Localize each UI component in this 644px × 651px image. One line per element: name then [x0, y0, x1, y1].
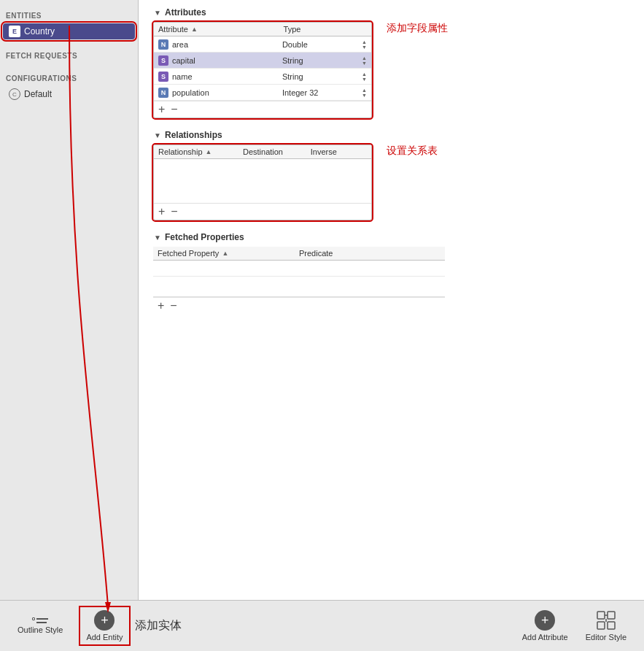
- add-entity-label: Add Entity: [86, 633, 123, 642]
- outline-lines-icon: [32, 617, 48, 623]
- outline-style-button[interactable]: Outline Style: [12, 615, 69, 637]
- add-entity-icon: +: [94, 610, 115, 631]
- sidebar-item-default[interactable]: C Default: [3, 86, 135, 102]
- add-attribute-label: Add Attribute: [522, 633, 568, 642]
- editor-style-button[interactable]: Editor Style: [580, 607, 632, 644]
- attributes-table-footer: + −: [154, 101, 371, 118]
- relationships-table-footer: + −: [154, 203, 371, 220]
- col-relationship-header: Relationship ▲: [158, 147, 243, 156]
- relationship-sort-arrow: ▲: [206, 148, 212, 155]
- stepper-capital[interactable]: ▲ ▼: [362, 55, 367, 66]
- outline-style-icon: [32, 617, 48, 623]
- attr-name-name: name: [172, 72, 282, 81]
- col-destination-header: Destination: [243, 147, 311, 156]
- svg-rect-2: [608, 612, 615, 619]
- svg-rect-4: [608, 622, 615, 629]
- editor-style-icon: [596, 610, 616, 631]
- attr-badge-population: N: [158, 88, 168, 98]
- add-fetched-btn[interactable]: +: [158, 300, 164, 312]
- fetched-properties-title: Fetched Properties: [165, 232, 244, 242]
- relationships-table: Relationship ▲ Destination Inverse + −: [153, 145, 372, 220]
- relationships-section: ▼ Relationships Relationship ▲ Destinati…: [153, 130, 629, 220]
- fetched-properties-section: ▼ Fetched Properties Fetched Property ▲ …: [153, 232, 629, 314]
- config-label: Default: [24, 89, 52, 99]
- svg-rect-3: [597, 622, 605, 629]
- attr-badge-area: N: [158, 39, 168, 50]
- col-attribute-header: Attribute ▲: [158, 25, 284, 34]
- svg-rect-1: [597, 612, 605, 619]
- outline-style-label: Outline Style: [18, 625, 63, 634]
- attr-type-area: Double ▲ ▼: [282, 39, 367, 50]
- fetched-properties-header-row: Fetched Property ▲ Predicate: [153, 247, 445, 261]
- configurations-label: CONFIGURATIONS: [0, 69, 138, 85]
- attributes-table-header: Attribute ▲ Type: [154, 23, 371, 36]
- attr-badge-capital: S: [158, 55, 168, 66]
- relationships-body: [154, 159, 371, 203]
- attributes-title: Attributes: [165, 7, 206, 18]
- remove-fetched-btn[interactable]: −: [170, 300, 176, 312]
- remove-attribute-btn[interactable]: −: [171, 104, 177, 115]
- attributes-toggle[interactable]: ▼: [153, 8, 162, 17]
- stepper-name[interactable]: ▲ ▼: [362, 72, 367, 82]
- relationships-table-header: Relationship ▲ Destination Inverse: [154, 145, 371, 159]
- stepper-area[interactable]: ▲ ▼: [362, 39, 367, 50]
- sidebar-item-country[interactable]: E Country: [3, 23, 135, 39]
- fetched-properties-footer: + −: [153, 297, 445, 314]
- sidebar-item-label: Country: [24, 26, 55, 36]
- remove-relationship-btn[interactable]: −: [171, 206, 177, 217]
- relationships-header: ▼ Relationships: [153, 130, 629, 140]
- add-attribute-icon: +: [535, 610, 555, 631]
- attr-type-capital: String ▲ ▼: [282, 55, 367, 66]
- entity-icon: E: [9, 26, 20, 37]
- attributes-annotation: 添加字段属性: [387, 22, 448, 35]
- add-attribute-button[interactable]: + Add Attribute: [516, 607, 574, 644]
- fetched-sort-arrow: ▲: [222, 250, 228, 257]
- relationships-title: Relationships: [165, 130, 222, 140]
- attr-row-population[interactable]: N population Integer 32 ▲ ▼: [154, 85, 371, 101]
- attr-row-area[interactable]: N area Double ▲ ▼: [154, 36, 371, 53]
- attr-type-name: String ▲ ▼: [282, 72, 367, 82]
- relationships-annotation: 设置关系表: [387, 145, 438, 158]
- col-type-header: Type: [284, 25, 367, 34]
- bottom-toolbar: Outline Style + Add Entity 添加实体 + Add At…: [0, 600, 644, 651]
- relationships-annotation-row: Relationship ▲ Destination Inverse + − 设…: [153, 145, 629, 220]
- attr-name-area: area: [172, 40, 282, 49]
- fetched-empty-row-1: [153, 261, 445, 277]
- fetched-properties-table: Fetched Property ▲ Predicate + −: [153, 247, 445, 314]
- entities-section-label: ENTITIES: [0, 6, 138, 23]
- attributes-header: ▼ Attributes: [153, 7, 629, 18]
- attr-type-population: Integer 32 ▲ ▼: [282, 88, 367, 98]
- add-attribute-btn[interactable]: +: [158, 104, 165, 115]
- attr-name-population: population: [172, 88, 282, 97]
- attr-row-capital[interactable]: S capital String ▲ ▼: [154, 53, 371, 69]
- relationships-toggle[interactable]: ▼: [153, 131, 162, 139]
- attributes-annotation-row: Attribute ▲ Type N area Double ▲: [153, 22, 629, 118]
- fetch-requests-label: FETCH REQUESTS: [0, 46, 138, 63]
- stepper-population[interactable]: ▲ ▼: [362, 88, 367, 98]
- attribute-sort-arrow: ▲: [191, 26, 198, 33]
- add-entity-annotation: 添加实体: [135, 618, 182, 633]
- config-icon: C: [9, 88, 20, 100]
- attr-name-capital: capital: [172, 56, 282, 65]
- fetched-properties-header: ▼ Fetched Properties: [153, 232, 629, 242]
- col-fetched-property-header: Fetched Property ▲: [158, 249, 299, 258]
- sidebar: ENTITIES E Country FETCH REQUESTS CONFIG…: [0, 0, 139, 600]
- add-relationship-btn[interactable]: +: [158, 206, 165, 217]
- content-area: ▼ Attributes Attribute ▲ Type N are: [139, 0, 644, 600]
- col-predicate-header: Predicate: [299, 249, 441, 258]
- editor-style-svg: [596, 610, 616, 631]
- add-entity-button[interactable]: + Add Entity: [80, 607, 128, 644]
- col-inverse-header: Inverse: [311, 147, 367, 156]
- fetched-toggle[interactable]: ▼: [153, 233, 162, 242]
- fetched-body: [153, 261, 445, 297]
- attr-badge-name: S: [158, 72, 168, 82]
- attr-row-name[interactable]: S name String ▲ ▼: [154, 69, 371, 85]
- editor-style-label: Editor Style: [586, 633, 626, 642]
- attributes-section: ▼ Attributes Attribute ▲ Type N are: [153, 7, 629, 118]
- attributes-table: Attribute ▲ Type N area Double ▲: [153, 22, 372, 118]
